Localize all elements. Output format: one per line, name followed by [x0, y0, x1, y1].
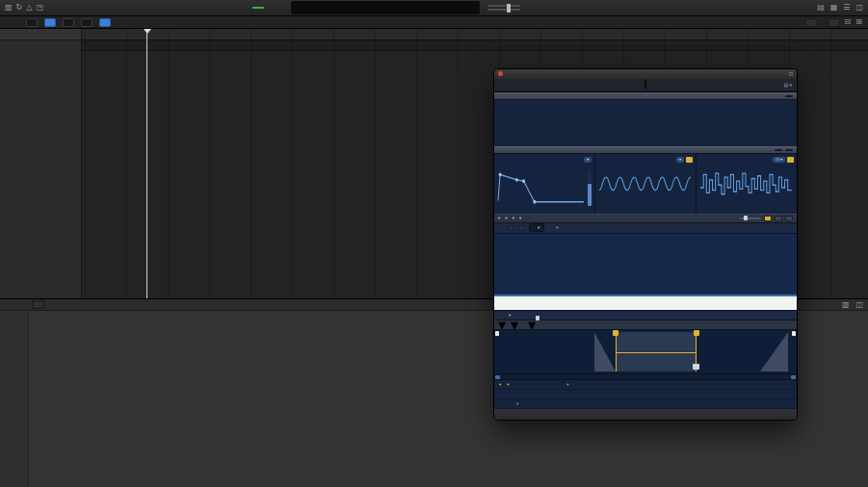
tracks-area-menubar: ⊟ ⊞	[0, 16, 868, 29]
lfo3-sync-icon[interactable]	[787, 157, 794, 163]
mixer-row-labels	[0, 311, 29, 487]
drag-select[interactable]	[828, 18, 840, 27]
snap-select[interactable]	[805, 18, 818, 27]
env-velocity-slider[interactable]	[588, 169, 592, 206]
sample-end-handle[interactable]	[792, 331, 796, 336]
env-mode-select[interactable]: ▾	[584, 157, 592, 163]
loop-region[interactable]	[616, 332, 697, 372]
mapping-menu-group[interactable]: ▾	[505, 216, 507, 220]
group-solo-button[interactable]	[518, 225, 525, 231]
browser-icon[interactable]: ◫	[855, 4, 863, 12]
zone-info-row: ▾	[494, 310, 797, 320]
sampler-plugin-window: ⊡ ▤ ▾ ▾	[493, 68, 798, 421]
mixer-wide-icon[interactable]: ◫	[855, 301, 863, 309]
modulators-panels: ▾	[494, 154, 797, 214]
synth-section-header	[494, 92, 797, 100]
lcd-display[interactable]	[291, 1, 480, 14]
plugin-tab-bar: ▤ ▾	[494, 79, 797, 92]
zone-parameters: ▾ ▾ ▾ ▾	[494, 380, 797, 409]
sends-mode-select[interactable]	[32, 300, 44, 309]
list-view-icon[interactable]	[785, 216, 793, 221]
view-toggle-icons: ▤ ▦ ☰ ◫	[817, 4, 863, 12]
list-editors-icon[interactable]: ☰	[843, 4, 850, 12]
sample-fade-out	[760, 332, 787, 372]
close-window-icon[interactable]	[498, 71, 503, 76]
plugin-view-menu-icon[interactable]: ▤ ▾	[783, 82, 792, 88]
sample-start-handle[interactable]	[495, 331, 499, 336]
marker-lane[interactable]	[82, 40, 868, 51]
mapping-menu-zone[interactable]: ▾	[513, 216, 514, 220]
envelope-graph[interactable]	[497, 169, 586, 206]
cycle-button[interactable]	[276, 7, 281, 9]
automation-icon[interactable]	[99, 18, 111, 27]
zone-mapping-grid[interactable]	[494, 234, 797, 295]
waveform-scrollbar[interactable]	[494, 374, 797, 380]
mixer-view-icon[interactable]: ▤	[817, 4, 825, 12]
zone-param-zone[interactable]: ▾	[499, 382, 501, 387]
loop-end-marker[interactable]	[694, 330, 699, 336]
mapping-keyboard[interactable]	[494, 295, 797, 310]
lfo2-sync-icon[interactable]	[686, 157, 693, 163]
crossfade-handle[interactable]	[693, 364, 699, 370]
marquee-tool-icon[interactable]	[81, 18, 92, 27]
lfo3-wave-display	[699, 169, 794, 198]
lfo3-wave-select[interactable]: ⊓ ▾	[773, 157, 785, 163]
transport-controls	[226, 7, 281, 9]
rewind-button[interactable]	[226, 7, 232, 9]
playhead[interactable]	[146, 29, 147, 298]
zone-file-select[interactable]: ▾	[507, 382, 509, 387]
lfo2-wave-display	[598, 169, 693, 198]
zone-menubar: ▾ ▾ ▾	[494, 320, 797, 330]
grid-view-icon[interactable]	[775, 216, 782, 221]
mapping-menu-edit[interactable]: ▾	[498, 216, 500, 220]
marker-track-header[interactable]	[0, 29, 81, 40]
lfo2-panel: ▾	[595, 154, 697, 214]
snap-drag-controls: ⊟ ⊞	[801, 18, 862, 27]
plugin-link-icon[interactable]: ⊡	[789, 71, 793, 77]
zoom-h-icon[interactable]: ⊟	[845, 18, 852, 26]
env1-amp-panel: ▾	[494, 154, 595, 214]
forward-button[interactable]	[235, 7, 241, 9]
lfo3-panel: ⊓ ▾	[697, 154, 797, 214]
group-selection-field[interactable]: ▾	[529, 223, 544, 232]
play-button[interactable]	[252, 7, 264, 9]
pointer-tool-icon[interactable]	[63, 18, 74, 27]
loop-fade-in	[594, 332, 616, 372]
bar-ruler[interactable]	[82, 29, 868, 40]
zone-waveform-editor[interactable]	[494, 330, 797, 374]
region-tool-icon[interactable]	[26, 18, 38, 27]
zoom-v-icon[interactable]: ⊞	[855, 18, 862, 26]
loop-start-marker[interactable]	[613, 330, 618, 336]
mapping-menu-view[interactable]: ▾	[519, 216, 521, 220]
mapping-zoom-slider[interactable]	[740, 218, 761, 219]
control-bar: ▥ ↻ △ ◳ ▤ ▦ ☰ ◫	[0, 0, 868, 16]
mapping-menubar: ▾ ▾ ▾ ▾	[494, 214, 797, 223]
tuner-icon[interactable]: ◳	[36, 4, 43, 12]
mixer-narrow-icon[interactable]: ▥	[842, 301, 850, 309]
plugin-titlebar[interactable]: ⊡	[494, 69, 797, 79]
master-volume-sliders[interactable]	[487, 5, 520, 11]
stop-button[interactable]	[244, 7, 250, 9]
group-mute-button[interactable]	[508, 225, 514, 231]
toolbar-toggle-icon[interactable]: ▥	[5, 4, 13, 12]
group-info-row: ▾ ▾	[494, 223, 797, 234]
plugin-footer	[494, 409, 797, 420]
track-header-column	[0, 29, 82, 298]
cycle-mode-icon[interactable]: ↻	[16, 4, 23, 12]
add-env-button[interactable]	[775, 149, 782, 151]
metronome-icon[interactable]: △	[26, 4, 32, 12]
record-button[interactable]	[267, 7, 273, 9]
lfo2-wave-select[interactable]: ▾	[676, 157, 684, 163]
editors-view-icon[interactable]: ▦	[830, 4, 838, 12]
keyboard-view-icon[interactable]	[764, 216, 772, 221]
modulators-section-header	[494, 146, 797, 154]
details-button[interactable]	[785, 95, 793, 97]
logic-pro-main-window: ▥ ↻ △ ◳ ▤ ▦ ☰ ◫	[0, 0, 868, 487]
add-lfo-button[interactable]	[785, 149, 793, 151]
catch-playhead-icon[interactable]	[44, 18, 56, 27]
synth-controls	[494, 100, 797, 146]
